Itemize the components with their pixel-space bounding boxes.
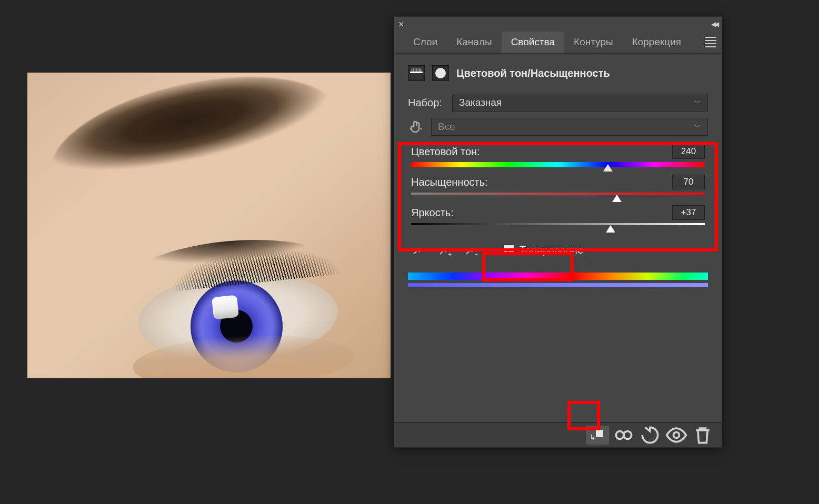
colorize-label: Тонирование [520,244,583,256]
view-previous-state-button[interactable] [612,426,635,445]
adjustment-type-icon[interactable] [408,65,425,81]
color-range-select[interactable]: Все ﹀ [431,118,708,136]
tab-properties[interactable]: Свойства [502,32,564,53]
saturation-value-input[interactable]: 70 [672,175,705,189]
hue-value-input[interactable]: 240 [672,144,705,159]
eyedropper-add-button[interactable]: + [434,240,454,260]
chevron-down-icon: ﹀ [694,98,701,107]
clip-to-layer-button[interactable]: ↳ [586,426,609,445]
lightness-slider-thumb[interactable] [606,225,615,233]
color-range-value: Все [438,121,455,133]
tab-paths[interactable]: Контуры [564,32,623,53]
panel-footer: ↳ [394,422,722,447]
lightness-label: Яркость: [411,207,454,219]
panel-tabs: Слои Каналы Свойства Контуры Коррекция [394,32,722,54]
hue-label: Цветовой тон: [411,146,480,158]
toggle-visibility-button[interactable] [665,426,688,445]
svg-point-1 [624,431,632,439]
delete-button[interactable] [691,426,714,445]
close-icon[interactable]: × [398,19,404,30]
spectrum-output [408,283,708,287]
tab-adjustments[interactable]: Коррекция [623,32,691,53]
adjustment-title: Цветовой тон/Насыщенность [456,67,610,79]
hue-slider-thumb[interactable] [603,164,613,172]
chevron-down-icon: ﹀ [694,122,701,132]
collapse-icon[interactable]: ◀◀ [711,21,717,28]
svg-point-2 [674,432,680,438]
hue-slider[interactable] [411,162,705,167]
illustration-brow [39,73,353,234]
tab-channels[interactable]: Каналы [447,32,501,53]
preset-label: Набор: [408,97,445,109]
spectrum-preview [394,265,722,298]
canvas-preview [27,73,391,378]
lightness-value-input[interactable]: +37 [672,205,705,220]
layer-mask-icon[interactable] [432,65,449,81]
properties-panel: × ◀◀ Слои Каналы Свойства Контуры Коррек… [394,16,722,448]
svg-point-0 [616,431,624,439]
saturation-slider-thumb[interactable] [612,195,622,202]
targeted-adjustment-icon[interactable] [408,119,424,135]
lightness-slider[interactable] [411,223,705,228]
saturation-label: Насыщенность: [411,176,488,188]
tab-layers[interactable]: Слои [404,32,447,53]
preset-select[interactable]: Заказная ﹀ [452,94,708,112]
eyedropper-subtract-button[interactable]: − [461,240,481,260]
saturation-slider[interactable] [411,193,705,198]
colorize-checkbox[interactable]: ✔ [504,245,514,255]
eyedropper-button[interactable] [408,240,428,260]
reset-button[interactable] [638,426,662,445]
spectrum-input [408,273,708,280]
preset-value: Заказная [459,97,502,108]
panel-menu-icon[interactable] [705,36,716,48]
